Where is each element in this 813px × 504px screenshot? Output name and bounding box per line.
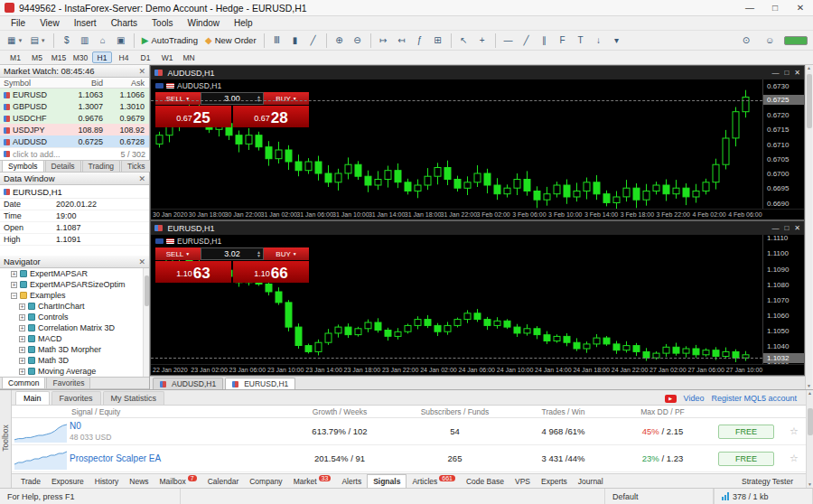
signal-row[interactable]: Prospector Scalper EA 201.54% / 91 265 3…: [12, 445, 806, 472]
status-profile[interactable]: Default: [605, 489, 714, 504]
chart-restore-icon[interactable]: □: [784, 69, 789, 77]
market-watch-tab-details[interactable]: Details: [45, 160, 81, 172]
sell-price[interactable]: 1.1063: [155, 261, 231, 283]
close-button[interactable]: ✕: [788, 0, 813, 15]
buy-button[interactable]: BUY▼: [264, 247, 309, 260]
tree-expander-icon[interactable]: −: [11, 293, 17, 299]
line-chart-button[interactable]: ╱: [305, 33, 322, 49]
navigator-item[interactable]: − Examples: [0, 290, 149, 301]
bottom-tab-journal[interactable]: Journal: [573, 477, 609, 486]
sell-button[interactable]: SELL▼: [155, 247, 201, 260]
time-axis[interactable]: 30 Jan 202030 Jan 18:0030 Jan 22:0031 Ja…: [151, 209, 804, 219]
timeframe-w1[interactable]: W1: [157, 51, 177, 63]
toolbox-tab-my-statistics[interactable]: My Statistics: [103, 391, 165, 405]
buy-button[interactable]: BUY▼: [264, 92, 309, 105]
market-watch-tab-trading[interactable]: Trading: [82, 160, 121, 172]
zoom-in-button[interactable]: ⊕: [332, 33, 348, 49]
strategy-tester-label[interactable]: Strategy Tester: [742, 477, 793, 486]
navigator-item[interactable]: + ChartInChart: [0, 301, 149, 312]
data-window-close-icon[interactable]: ✕: [138, 174, 145, 183]
tree-expander-icon[interactable]: +: [11, 271, 17, 277]
price-axis[interactable]: 0.67300.67250.67200.67150.67100.67050.67…: [762, 79, 804, 209]
bottom-tab-alerts[interactable]: Alerts: [336, 477, 367, 486]
toolbox-tab-favorites[interactable]: Favorites: [51, 391, 101, 405]
menu-item-charts[interactable]: Charts: [104, 18, 145, 28]
navigator-item[interactable]: + ExpertMAPSAR: [0, 268, 149, 279]
timeframe-d1[interactable]: D1: [136, 51, 155, 63]
sell-price[interactable]: 0.6725: [155, 106, 231, 127]
menu-item-insert[interactable]: Insert: [67, 18, 104, 28]
menu-item-help[interactable]: Help: [227, 18, 260, 28]
bottom-tab-experts[interactable]: Experts: [536, 477, 573, 486]
new-order-button[interactable]: ◆New Order: [202, 33, 259, 49]
bars-chart-button[interactable]: Ⅲ: [269, 33, 285, 49]
tree-expander-icon[interactable]: +: [19, 336, 25, 342]
market-watch-row-audusd[interactable]: AUDUSD 0.6725 0.6728: [0, 135, 149, 147]
fibonacci-button[interactable]: F: [555, 33, 571, 49]
tree-expander-icon[interactable]: +: [19, 369, 25, 375]
free-button[interactable]: FREE: [718, 425, 774, 439]
tree-expander-icon[interactable]: +: [19, 347, 25, 353]
navigator-item[interactable]: + ExpertMAPSARSizeOptim: [0, 279, 149, 290]
chart-restore-icon[interactable]: □: [784, 224, 789, 232]
menu-item-tools[interactable]: Tools: [145, 18, 180, 28]
tree-expander-icon[interactable]: +: [19, 325, 25, 331]
timeframe-m5[interactable]: M5: [27, 51, 47, 63]
register-mql5-link[interactable]: Register MQL5 account: [711, 394, 797, 403]
price-axis[interactable]: 1.11101.11001.10901.10801.10701.10601.10…: [762, 235, 804, 364]
text-label-button[interactable]: T: [573, 33, 589, 49]
volume-input[interactable]: 3.00▲▼: [201, 92, 264, 105]
navigator-item[interactable]: + Math 3D Morpher: [0, 344, 149, 355]
chart-window-titlebar[interactable]: AUDUSD,H1 — □ ✕: [151, 66, 804, 79]
bottom-tab-market[interactable]: Market33: [288, 477, 337, 486]
bottom-tab-exposure[interactable]: Exposure: [46, 477, 89, 486]
candlestick-chart-button[interactable]: ▮: [287, 33, 304, 49]
navigator-toggle-button[interactable]: ⌂: [95, 33, 111, 49]
toolbox-toggle-button[interactable]: ▣: [113, 33, 129, 49]
menu-item-file[interactable]: File: [4, 18, 33, 28]
navigator-close-icon[interactable]: ✕: [138, 257, 145, 266]
bottom-tab-news[interactable]: News: [124, 477, 154, 486]
equidistant-channel-button[interactable]: ∥: [537, 33, 553, 49]
horizontal-line-button[interactable]: —: [500, 33, 517, 49]
chart-close-icon[interactable]: ✕: [794, 69, 800, 77]
trendline-button[interactable]: ╱: [519, 33, 535, 49]
timeframe-m1[interactable]: M1: [5, 51, 25, 63]
volume-spinner[interactable]: ▲▼: [257, 250, 261, 257]
crosshair-button[interactable]: +: [474, 33, 491, 49]
market-watch-toggle-button[interactable]: $: [59, 33, 75, 49]
tree-expander-icon[interactable]: +: [19, 303, 25, 310]
timeframe-h1[interactable]: H1: [92, 51, 112, 63]
market-watch-row-usdjpy[interactable]: USDJPY 108.89 108.92: [0, 124, 149, 135]
bottom-tab-vps[interactable]: VPS: [509, 477, 536, 486]
navigator-item[interactable]: + Controls: [0, 312, 149, 322]
autotrading-button[interactable]: ▶AutoTrading: [139, 33, 201, 49]
signal-name-link[interactable]: Prospector Scalper EA: [70, 453, 281, 464]
minimize-button[interactable]: —: [737, 0, 762, 15]
video-link[interactable]: Video: [684, 394, 705, 403]
indicators-button[interactable]: ƒ: [412, 33, 428, 49]
chart-canvas[interactable]: 0.67300.67250.67200.67150.67100.67050.67…: [151, 79, 804, 209]
market-watch-close-icon[interactable]: ✕: [138, 67, 145, 76]
favorite-star-icon[interactable]: ☆: [782, 425, 806, 437]
timeframe-m15[interactable]: M15: [49, 51, 69, 63]
community-icon[interactable]: ☺: [762, 33, 778, 49]
favorite-star-icon[interactable]: ☆: [782, 453, 806, 464]
volume-spinner[interactable]: ▲▼: [257, 95, 261, 102]
chart-close-icon[interactable]: ✕: [794, 224, 800, 232]
tree-expander-icon[interactable]: +: [11, 282, 17, 288]
menu-item-window[interactable]: Window: [180, 18, 227, 28]
market-watch-row-eurusd[interactable]: EURUSD 1.1063 1.1066: [0, 89, 149, 100]
chart-tab-eurusd-h1[interactable]: EURUSD,H1: [225, 378, 295, 389]
chart-minimize-icon[interactable]: —: [771, 69, 779, 77]
profiles-button[interactable]: ▤▼: [27, 33, 48, 49]
tree-expander-icon[interactable]: +: [19, 314, 25, 321]
market-watch-tab-ticks[interactable]: Ticks: [121, 160, 152, 172]
bottom-tab-company[interactable]: Company: [244, 477, 287, 486]
market-watch-tab-symbols[interactable]: Symbols: [2, 160, 44, 172]
search-icon[interactable]: ⊙: [738, 33, 754, 49]
data-window-toggle-button[interactable]: ▥: [77, 33, 93, 49]
time-axis[interactable]: 22 Jan 202023 Jan 02:0023 Jan 06:0023 Ja…: [151, 364, 804, 375]
timeframe-h4[interactable]: H4: [114, 51, 134, 63]
navigator-item[interactable]: + Math 3D: [0, 355, 149, 366]
